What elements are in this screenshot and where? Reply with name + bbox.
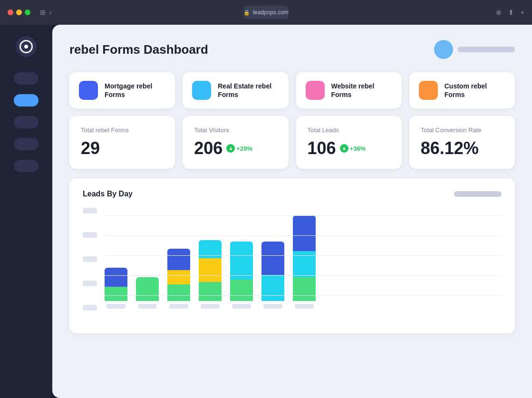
main-content: rebel Forms Dashboard Mortgage rebel For… <box>52 25 532 398</box>
bar-seg-teal-sun <box>293 251 316 277</box>
stat-label-conversion: Total Conversion Rate <box>421 126 503 134</box>
stat-label-forms: Total rebel Forms <box>81 126 164 134</box>
logo-dot <box>24 45 28 49</box>
stat-leads: Total Leads 106 ▲ +36% <box>296 116 402 169</box>
stat-label-visitors: Total Visitors <box>194 126 277 134</box>
avatar[interactable] <box>434 40 453 59</box>
bar-seg-green-fri <box>230 280 253 301</box>
chart-legend <box>454 191 502 197</box>
share-icon[interactable]: ⬆ <box>508 9 514 16</box>
stat-label-leads: Total Leads <box>308 126 390 134</box>
app-layout: rebel Forms Dashboard Mortgage rebel For… <box>0 25 532 398</box>
fullscreen-button[interactable] <box>25 10 30 15</box>
bar-seg-green-tue <box>136 277 159 301</box>
stat-conversion: Total Conversion Rate 86.12% <box>409 116 515 169</box>
y-label-4 <box>83 232 97 238</box>
mortgage-label: Mortgage rebel Forms <box>105 82 165 99</box>
bar-stack-sun <box>293 215 316 301</box>
back-icon[interactable]: ‹ <box>49 9 52 16</box>
mortgage-icon <box>79 81 98 100</box>
bar-stack-fri <box>230 242 253 301</box>
bar-label-wed <box>169 304 188 309</box>
website-label: Website rebel Forms <box>331 82 392 99</box>
form-type-custom[interactable]: Custom rebel Forms <box>409 72 515 108</box>
y-label-1 <box>83 305 97 311</box>
url-text: leadpops.com <box>253 9 289 16</box>
address-bar[interactable]: 🔒 leadpops.com <box>243 6 289 19</box>
user-name <box>458 47 515 52</box>
bar-seg-yellow-thu <box>199 258 222 282</box>
stat-value-conversion: 86.12% <box>421 138 503 158</box>
sidebar-item-1[interactable] <box>14 72 39 85</box>
bar-seg-green-sun <box>293 277 316 301</box>
custom-label: Custom rebel Forms <box>445 82 505 99</box>
chart-area <box>83 208 502 322</box>
user-area <box>434 40 515 59</box>
bar-stack-wed <box>167 249 190 301</box>
bar-stack-sat <box>261 242 284 301</box>
stat-total-forms: Total rebel Forms 29 <box>69 116 175 169</box>
bar-label-thu <box>201 304 220 309</box>
browser-actions: ⊕ ⬆ + <box>496 9 524 16</box>
bar-seg-blue-wed <box>167 249 190 270</box>
stat-value-forms: 29 <box>81 138 164 158</box>
form-types-row: Mortgage rebel Forms Real Estate rebel F… <box>69 72 515 108</box>
bar-group-thu <box>199 240 222 309</box>
bar-seg-teal-thu <box>199 240 222 258</box>
sidebar-item-2[interactable] <box>14 94 39 107</box>
leads-badge: ▲ +36% <box>340 144 366 153</box>
bar-seg-blue <box>105 268 127 287</box>
minimize-button[interactable] <box>16 10 22 15</box>
page-title: rebel Forms Dashboard <box>69 42 208 57</box>
bars-container <box>105 215 502 322</box>
stats-row: Total rebel Forms 29 Total Visitors 206 … <box>69 116 515 169</box>
bar-seg-teal-sat <box>261 275 284 301</box>
bar-group-sat <box>261 242 284 309</box>
form-type-mortgage[interactable]: Mortgage rebel Forms <box>69 72 175 108</box>
chart-header: Leads By Day <box>83 190 502 198</box>
bar-seg-green-wed <box>167 284 190 301</box>
chart-y-axis <box>83 208 97 322</box>
chart-title: Leads By Day <box>83 190 133 198</box>
new-tab-icon[interactable]: + <box>521 9 524 16</box>
stat-visitors: Total Visitors 206 ▲ +20% <box>183 116 288 169</box>
sidebar-item-3[interactable] <box>14 116 39 128</box>
sidebar <box>0 25 52 398</box>
stat-value-visitors: 206 ▲ +20% <box>194 138 277 158</box>
bar-group-tue <box>136 277 159 309</box>
bar-seg-green-thu <box>199 282 222 301</box>
bar-stack-thu <box>199 240 222 301</box>
bar-label-sun <box>295 304 314 309</box>
bar-group-wed <box>167 249 190 309</box>
download-icon[interactable]: ⊕ <box>496 9 502 16</box>
bar-stack-tue <box>136 277 159 301</box>
realestate-icon <box>192 81 211 100</box>
chart-section: Leads By Day <box>69 178 515 333</box>
form-type-realestate[interactable]: Real Estate rebel Forms <box>183 72 288 108</box>
bar-seg-blue-sun <box>293 215 316 251</box>
form-type-website[interactable]: Website rebel Forms <box>296 72 402 108</box>
bar-stack-mon <box>105 268 127 301</box>
bar-seg-blue-sat <box>261 242 284 275</box>
dashboard-header: rebel Forms Dashboard <box>69 40 515 59</box>
sidebar-item-5[interactable] <box>14 160 39 172</box>
bar-label-mon <box>106 304 126 309</box>
sidebar-item-4[interactable] <box>14 138 39 150</box>
traffic-lights <box>8 10 30 15</box>
bar-seg-green <box>105 287 127 301</box>
bar-label-fri <box>232 304 251 309</box>
bar-seg-teal-fri <box>230 242 253 280</box>
y-label-5 <box>83 208 97 214</box>
sidebar-toggle-icon[interactable]: ⊞ <box>40 9 46 16</box>
up-arrow-leads-icon: ▲ <box>340 144 348 153</box>
browser-chrome: ⊞ ‹ 🔒 leadpops.com ⊕ ⬆ + <box>0 0 532 25</box>
app-logo[interactable] <box>16 36 37 57</box>
bar-seg-yellow-wed <box>167 270 190 284</box>
close-button[interactable] <box>8 10 13 15</box>
website-icon <box>306 81 325 100</box>
realestate-label: Real Estate rebel Forms <box>218 82 279 99</box>
y-label-3 <box>83 256 97 262</box>
y-label-2 <box>83 281 97 286</box>
browser-nav-icons: ⊞ ‹ <box>40 9 52 16</box>
bar-group-mon <box>105 268 127 309</box>
